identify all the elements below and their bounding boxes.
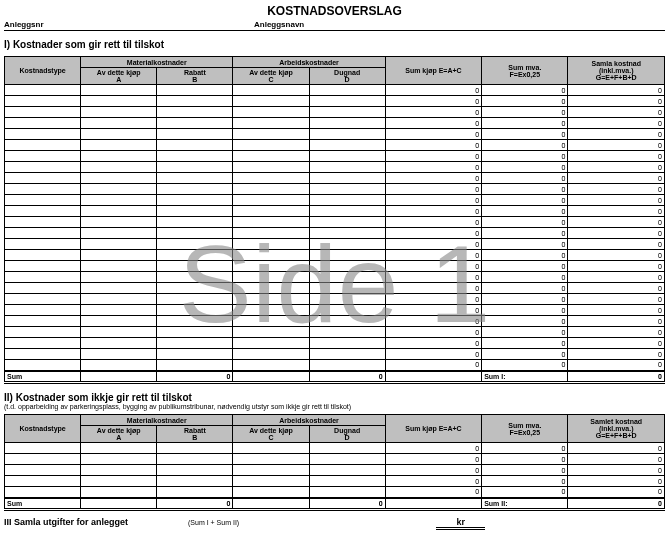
- cell[interactable]: [309, 239, 385, 250]
- cell[interactable]: [309, 195, 385, 206]
- cell[interactable]: 0: [482, 184, 568, 195]
- cell[interactable]: [309, 465, 385, 476]
- cell[interactable]: [81, 250, 157, 261]
- cell[interactable]: [81, 85, 157, 96]
- cell[interactable]: 0: [385, 283, 481, 294]
- cell[interactable]: [157, 118, 233, 129]
- cell[interactable]: [233, 107, 309, 118]
- cell[interactable]: 0: [568, 118, 665, 129]
- cell[interactable]: [309, 184, 385, 195]
- cell[interactable]: [309, 327, 385, 338]
- cell[interactable]: 0: [385, 228, 481, 239]
- cell[interactable]: [81, 96, 157, 107]
- cell[interactable]: [81, 129, 157, 140]
- cell[interactable]: [5, 338, 81, 349]
- cell[interactable]: 0: [385, 206, 481, 217]
- cell[interactable]: [309, 85, 385, 96]
- cell[interactable]: 0: [385, 195, 481, 206]
- cell[interactable]: 0: [568, 305, 665, 316]
- cell[interactable]: [157, 195, 233, 206]
- cell[interactable]: [81, 360, 157, 371]
- cell[interactable]: [157, 239, 233, 250]
- cell[interactable]: [233, 151, 309, 162]
- cell[interactable]: [309, 250, 385, 261]
- cell[interactable]: 0: [385, 443, 481, 454]
- cell[interactable]: 0: [568, 454, 665, 465]
- cell[interactable]: 0: [385, 217, 481, 228]
- cell[interactable]: [5, 118, 81, 129]
- cell[interactable]: [81, 272, 157, 283]
- cell[interactable]: [233, 239, 309, 250]
- cell[interactable]: [81, 107, 157, 118]
- cell[interactable]: [233, 206, 309, 217]
- cell[interactable]: [309, 140, 385, 151]
- cell[interactable]: 0: [385, 107, 481, 118]
- cell[interactable]: 0: [568, 294, 665, 305]
- cell[interactable]: [81, 261, 157, 272]
- cell[interactable]: [5, 206, 81, 217]
- cell[interactable]: 0: [482, 85, 568, 96]
- cell[interactable]: 0: [568, 283, 665, 294]
- cell[interactable]: [157, 305, 233, 316]
- cell[interactable]: [233, 487, 309, 498]
- cell[interactable]: [233, 360, 309, 371]
- cell[interactable]: 0: [482, 250, 568, 261]
- cell[interactable]: [5, 184, 81, 195]
- cell[interactable]: [309, 217, 385, 228]
- cell[interactable]: [5, 305, 81, 316]
- cell[interactable]: 0: [482, 487, 568, 498]
- cell[interactable]: [233, 476, 309, 487]
- cell[interactable]: [233, 173, 309, 184]
- cell[interactable]: [81, 206, 157, 217]
- cell[interactable]: 0: [482, 173, 568, 184]
- cell[interactable]: [157, 454, 233, 465]
- cell[interactable]: 0: [385, 96, 481, 107]
- cell[interactable]: 0: [385, 338, 481, 349]
- cell[interactable]: [157, 250, 233, 261]
- cell[interactable]: 0: [385, 272, 481, 283]
- cell[interactable]: [81, 151, 157, 162]
- cell[interactable]: [233, 96, 309, 107]
- cell[interactable]: 0: [568, 162, 665, 173]
- cell[interactable]: [233, 162, 309, 173]
- cell[interactable]: [5, 217, 81, 228]
- cell[interactable]: [81, 443, 157, 454]
- cell[interactable]: 0: [568, 195, 665, 206]
- cell[interactable]: [5, 465, 81, 476]
- cell[interactable]: [5, 140, 81, 151]
- cell[interactable]: [309, 305, 385, 316]
- cell[interactable]: [309, 129, 385, 140]
- cell[interactable]: 0: [385, 327, 481, 338]
- cell[interactable]: [81, 465, 157, 476]
- cell[interactable]: [157, 465, 233, 476]
- cell[interactable]: [5, 487, 81, 498]
- cell[interactable]: [157, 316, 233, 327]
- cell[interactable]: 0: [482, 316, 568, 327]
- cell[interactable]: [309, 283, 385, 294]
- cell[interactable]: [157, 206, 233, 217]
- cell[interactable]: [81, 162, 157, 173]
- cell[interactable]: [5, 228, 81, 239]
- cell[interactable]: 0: [482, 195, 568, 206]
- cell[interactable]: [81, 294, 157, 305]
- cell[interactable]: [157, 283, 233, 294]
- cell[interactable]: [157, 360, 233, 371]
- cell[interactable]: 0: [385, 454, 481, 465]
- cell[interactable]: [309, 454, 385, 465]
- cell[interactable]: 0: [482, 338, 568, 349]
- cell[interactable]: 0: [385, 305, 481, 316]
- cell[interactable]: 0: [482, 272, 568, 283]
- cell[interactable]: 0: [568, 140, 665, 151]
- cell[interactable]: 0: [568, 239, 665, 250]
- cell[interactable]: 0: [385, 487, 481, 498]
- cell[interactable]: 0: [385, 129, 481, 140]
- cell[interactable]: [233, 316, 309, 327]
- cell[interactable]: [309, 294, 385, 305]
- cell[interactable]: [5, 327, 81, 338]
- cell[interactable]: [5, 454, 81, 465]
- cell[interactable]: 0: [385, 349, 481, 360]
- cell[interactable]: [309, 487, 385, 498]
- cell[interactable]: [309, 349, 385, 360]
- cell[interactable]: 0: [568, 250, 665, 261]
- cell[interactable]: [157, 140, 233, 151]
